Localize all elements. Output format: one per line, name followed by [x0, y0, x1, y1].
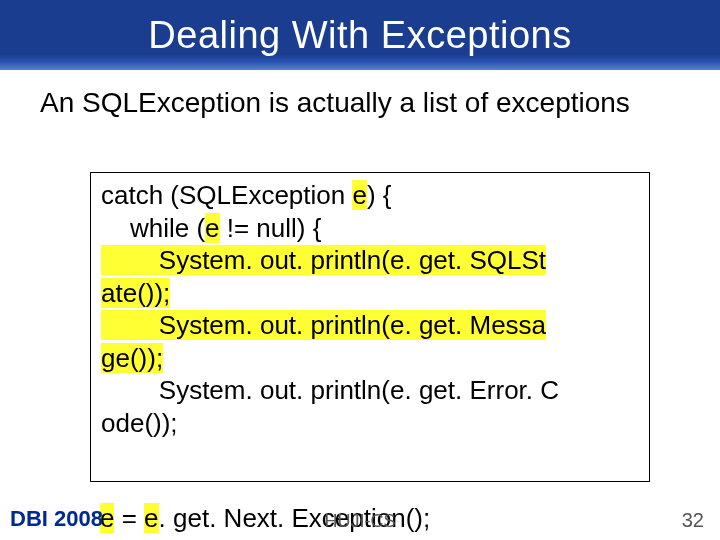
code-text: ) {: [367, 180, 392, 210]
highlight-getmessage: ge());: [101, 343, 163, 373]
code-line-8: ode());: [101, 407, 639, 440]
footer-center: HUJI-CS: [325, 511, 396, 532]
highlight-e: e: [352, 180, 366, 210]
highlight-getmessage: System. out. println(e. get. Messa: [101, 310, 546, 340]
code-line-4: ate());: [101, 277, 639, 310]
slide: Dealing With Exceptions An SQLException …: [0, 0, 720, 540]
code-line-5: System. out. println(e. get. Messa: [101, 309, 639, 342]
code-text: != null) {: [220, 213, 322, 243]
title-band: Dealing With Exceptions: [0, 0, 720, 70]
code-line-2: while (e != null) {: [101, 212, 639, 245]
highlight-getsqlstate: System. out. println(e. get. SQLSt: [101, 245, 546, 275]
intro-text: An SQLException is actually a list of ex…: [40, 86, 680, 120]
highlight-getsqlstate: ate());: [101, 278, 170, 308]
code-text: catch (SQLException: [101, 180, 352, 210]
code-line-3: System. out. println(e. get. SQLSt: [101, 244, 639, 277]
code-text: =: [114, 503, 144, 533]
code-line-1: catch (SQLException e) {: [101, 179, 639, 212]
code-line-6: ge());: [101, 342, 639, 375]
footer-left: DBI 2008: [10, 506, 103, 532]
highlight-e: e: [144, 503, 158, 533]
code-box: catch (SQLException e) { while (e != nul…: [90, 172, 650, 482]
slide-title: Dealing With Exceptions: [148, 14, 571, 57]
highlight-e: e: [205, 213, 219, 243]
code-line-7: System. out. println(e. get. Error. C: [101, 374, 639, 407]
code-text: while (: [101, 213, 205, 243]
slide-number: 32: [682, 509, 704, 532]
